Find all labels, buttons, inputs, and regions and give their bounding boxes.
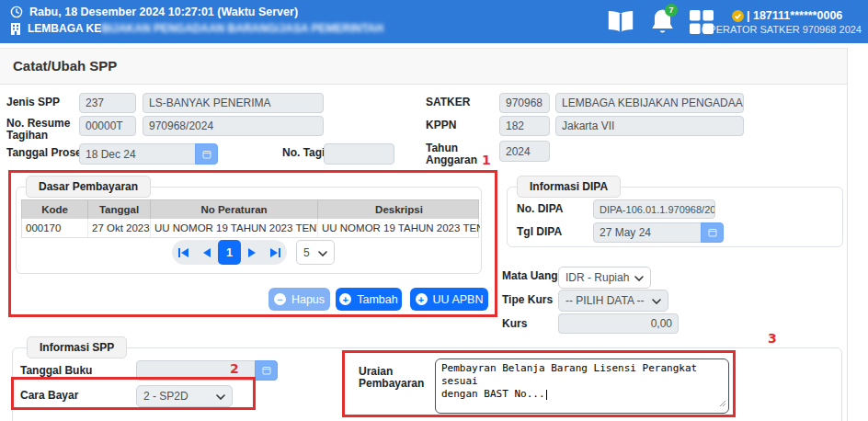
tanggal-proses-calendar-button[interactable] [195, 143, 218, 165]
informasi-spp-legend: Informasi SPP [27, 336, 127, 358]
plus-circle-icon: + [339, 293, 351, 305]
mata-uang-select[interactable]: IDR - Rupiah [558, 267, 651, 289]
card-header [0, 48, 847, 85]
kppn-label: KPPN [426, 119, 456, 131]
col-kode: Kode [22, 200, 88, 219]
uraian-pembayaran-textarea[interactable]: Pembayran Belanja Barang Lisensi Perangk… [435, 358, 729, 414]
topbar: Rabu, 18 Desember 2024 10:27:01 (Waktu S… [0, 0, 868, 43]
org-name: LEMBAGA KEBIJAKAN PENGADAAN BARANG/JASA … [28, 22, 383, 35]
annotation-number-2: 2 [230, 361, 239, 376]
satker-label: SATKER [426, 97, 470, 108]
user-id: | 187111******0006 [747, 9, 842, 22]
tanggal-buku-label: Tanggal Buku [20, 365, 92, 377]
resize-grip-icon[interactable] [718, 398, 726, 411]
server-time: Rabu, 18 Desember 2024 10:27:01 (Waktu S… [29, 6, 298, 18]
mata-uang-label: Mata Uang [502, 270, 558, 282]
user-role: OPERATOR SATKER 970968 2024 [702, 24, 862, 35]
page-title: Catat/Ubah SPP [13, 58, 117, 74]
satker-name-input[interactable]: LEMBAGA KEBIJAKAN PENGADAAN BARAN [555, 93, 744, 113]
no-resume-tagihan-label: No. Resume Tagihan [6, 118, 73, 142]
spp-entry-screen: Rabu, 18 Desember 2024 10:27:01 (Waktu S… [0, 0, 868, 421]
verified-check-icon [732, 10, 744, 22]
no-tagihan-input[interactable] [324, 143, 394, 165]
tgl-dipa-calendar-button[interactable] [701, 222, 724, 243]
page-size-select[interactable]: 5 [296, 240, 335, 265]
chevron-down-icon [318, 246, 327, 259]
col-no-peraturan: No Peraturan [151, 200, 318, 219]
tanggal-buku-calendar-button[interactable] [255, 360, 278, 381]
cell-tanggal: 27 Okt 2023 [88, 219, 151, 237]
annotation-number-1: 1 [482, 153, 491, 167]
dasar-pembayaran-legend: Dasar Pembayaran [26, 176, 151, 198]
pagination: 1 [172, 240, 287, 265]
page-next-button[interactable] [241, 240, 264, 265]
tahun-anggaran-label: Tahun Anggaran [426, 142, 479, 166]
cell-deskripsi: UU NOMOR 19 TAHUN 2023 TENTANG APBN [318, 219, 480, 237]
calendar-icon [708, 224, 717, 241]
page-first-button[interactable] [172, 240, 195, 265]
chevron-down-icon [634, 271, 644, 284]
notification-badge: 7 [665, 4, 678, 17]
col-deskripsi: Deskripsi [318, 200, 480, 219]
tambah-button[interactable]: + Tambah [336, 288, 402, 311]
jenis-spp-label: Jenis SPP [6, 97, 60, 108]
calendar-icon [262, 362, 271, 379]
tgl-dipa-input[interactable]: 27 May 24 [593, 222, 702, 243]
page-number-button[interactable]: 1 [218, 240, 241, 265]
informasi-dipa-legend: Informasi DIPA [517, 176, 621, 198]
page-prev-button[interactable] [195, 240, 218, 265]
calendar-icon [202, 146, 211, 163]
uu-apbn-button[interactable]: + UU APBN [410, 288, 488, 311]
chevron-down-icon [216, 390, 225, 403]
kurs-label: Kurs [502, 318, 527, 330]
building-icon [10, 23, 21, 35]
minus-circle-icon: − [274, 293, 286, 305]
org-name-clear: LEMBAGA KE [28, 22, 101, 35]
col-tanggal: Tanggal [88, 200, 151, 219]
tahun-anggaran-input[interactable]: 2024 [499, 141, 550, 162]
cara-bayar-label: Cara Bayar [20, 390, 78, 402]
no-dipa-input[interactable]: DIPA-106.01.1.970968/2024 [593, 199, 715, 219]
no-dipa-label: No. DIPA [517, 203, 563, 215]
book-icon[interactable] [604, 10, 637, 33]
dasar-pembayaran-table-header: Kode Tanggal No Peraturan Deskripsi [21, 199, 479, 220]
jenis-spp-name-input[interactable]: LS-BANYAK PENERIMA [143, 93, 324, 113]
kppn-name-input[interactable]: Jakarta VII [555, 116, 744, 136]
tanggal-proses-label: Tanggal Proses [6, 147, 87, 159]
tipe-kurs-select[interactable]: -- PILIH DATA -- [558, 290, 668, 312]
tanggal-proses-input[interactable]: 18 Dec 24 [79, 143, 196, 165]
table-row[interactable]: 000170 27 Okt 2023 UU NOMOR 19 TAHUN 202… [21, 219, 479, 238]
kurs-input[interactable]: 0,00 [558, 313, 679, 334]
no-resume-code-input[interactable]: 00000T [79, 116, 136, 136]
plus-circle-icon: + [416, 293, 428, 305]
annotation-number-3: 3 [768, 331, 777, 346]
satker-code-input[interactable]: 970968 [499, 93, 550, 113]
tipe-kurs-label: Tipe Kurs [502, 294, 553, 306]
cell-no-peraturan: UU NOMOR 19 TAHUN 2023 TENTANG APBN [151, 219, 318, 237]
org-name-redacted: BIJAKAN PENGADAAN BARANG/JASA PEMERINTAH [101, 22, 383, 35]
cara-bayar-select[interactable]: 2 - SP2D [136, 385, 233, 407]
text-caret [546, 390, 547, 400]
hapus-button[interactable]: − Hapus [268, 288, 330, 311]
tgl-dipa-label: Tgl DIPA [517, 226, 562, 238]
clock-icon [10, 6, 23, 18]
kppn-code-input[interactable]: 182 [499, 116, 550, 136]
no-resume-value-input[interactable]: 970968/2024 [143, 116, 324, 136]
cell-kode: 000170 [22, 219, 88, 237]
jenis-spp-code-input[interactable]: 237 [79, 93, 136, 113]
uraian-pembayaran-label: Uraian Pembayaran [359, 366, 432, 390]
chevron-down-icon [652, 294, 661, 307]
